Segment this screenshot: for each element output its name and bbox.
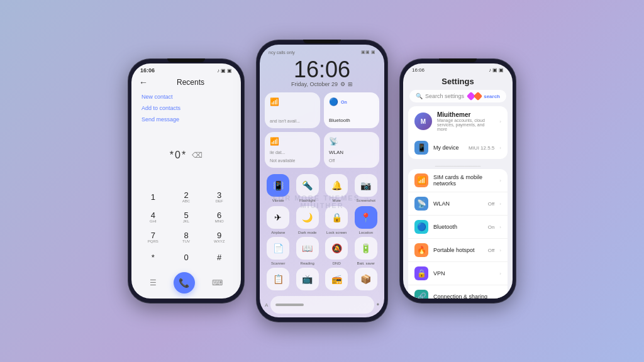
- vpn-row[interactable]: 🔒 VPN ›: [408, 262, 508, 285]
- cc-tile-wlan[interactable]: 📡 WLAN Off: [324, 132, 379, 168]
- cc-status-bar: ncy calls only ▣▣ ▣: [260, 45, 384, 56]
- key-hash[interactable]: #: [204, 248, 235, 266]
- my-device-row[interactable]: 📱 My device MIUI 12.5.5 ›: [408, 136, 508, 159]
- key-9[interactable]: 9WXYZ: [204, 228, 235, 246]
- key-2[interactable]: 2ABC: [171, 188, 202, 206]
- bluetooth-row[interactable]: 🔵 Bluetooth On ›: [408, 216, 508, 239]
- keypad-button[interactable]: ⌨: [212, 278, 223, 287]
- settings-icon[interactable]: ⚙: [340, 81, 345, 87]
- wlan-row[interactable]: 📡 WLAN Off ›: [408, 192, 508, 216]
- cc-tile-mobile[interactable]: 📶 and isn't avail...: [265, 92, 320, 128]
- bluetooth-tile-icon: 🔵: [329, 97, 338, 106]
- key-7[interactable]: 7PQRS: [138, 228, 169, 246]
- cc-screen: ncy calls only ▣▣ ▣ 16:06 Friday, Octobe…: [260, 45, 384, 317]
- scanner-label: Scanner: [271, 261, 285, 265]
- wlan-text: WLAN: [433, 200, 483, 207]
- cc-date: Friday, October 29 ⚙ ⊞: [260, 81, 384, 87]
- location-label: Location: [358, 231, 373, 234]
- wlan-tile-sub: Off: [329, 158, 374, 163]
- cc-quick-clipboard[interactable]: 📋: [265, 268, 292, 292]
- darkmode-label: Dark mode: [298, 231, 316, 234]
- phone-dialer: 16:06 ♪ ▣ ▣ ← Recents New contact Add to…: [128, 58, 245, 304]
- cc-quick-grid-4: 📋 📺 📻 📦: [260, 266, 384, 293]
- cc-quick-airplane[interactable]: ✈ Airplane: [265, 206, 292, 234]
- cc-quick-lockscreen[interactable]: 🔒 Lock screen: [323, 206, 350, 234]
- extra-icon: 📦: [355, 268, 377, 290]
- bluetooth-settings-icon: 🔵: [414, 220, 428, 234]
- mobile-data-icon: 📶: [270, 97, 279, 106]
- dialer-time: 16:06: [140, 67, 155, 74]
- lockscreen-label: Lock screen: [326, 231, 347, 234]
- cc-quick-scanner[interactable]: 📄 Scanner: [265, 237, 292, 265]
- font-large-label[interactable]: •: [377, 300, 379, 309]
- miui-account-row[interactable]: M Miuithemer Manage accounts, cloud serv…: [408, 106, 508, 136]
- cc-emergency-text: ncy calls only: [269, 50, 295, 55]
- cc-tile-data[interactable]: 📶 ile dat... Not available: [265, 132, 320, 168]
- key-1[interactable]: 1: [138, 188, 169, 206]
- font-small-label[interactable]: A: [265, 302, 268, 308]
- phone-settings: 16:06 ♪ ▣ ▣ Settings 🔍 Search settings s…: [399, 58, 516, 304]
- settings-bat-icon: ▣: [499, 67, 504, 73]
- cc-quick-darkmode[interactable]: 🌙 Dark mode: [294, 206, 321, 234]
- vibrate-label: Vibrate: [272, 199, 284, 202]
- sim-label: SIM cards & mobile networks: [433, 174, 494, 187]
- hotspot-row[interactable]: 🔥 Portable hotspot Off ›: [408, 239, 508, 262]
- flashlight-label: Flashlight: [299, 199, 316, 202]
- menu-button[interactable]: ☰: [150, 278, 157, 287]
- grid-icon[interactable]: ⊞: [348, 81, 353, 87]
- cc-quick-vibrate[interactable]: 📳 Vibrate: [265, 174, 292, 202]
- settings-search-bar[interactable]: 🔍 Search settings search: [409, 90, 506, 102]
- cc-quick-nfc[interactable]: 📻: [323, 268, 350, 292]
- divider-1: ─────────────────: [408, 163, 508, 169]
- lockscreen-icon: 🔒: [325, 206, 348, 229]
- key-3[interactable]: 3DEF: [204, 188, 235, 206]
- cc-quick-flashlight[interactable]: 🔦 Flashlight: [294, 174, 321, 202]
- dialer-number: *0*: [170, 150, 187, 161]
- battery-saver-label: Batt. saver: [357, 261, 375, 265]
- key-star[interactable]: *: [138, 248, 169, 266]
- backspace-button[interactable]: ⌫: [192, 151, 203, 160]
- connection-row[interactable]: 🔗 Connection & sharing ›: [408, 285, 508, 299]
- key-8[interactable]: 8TUV: [171, 228, 202, 246]
- keypad: 1 2ABC 3DEF 4GHI 5JKL 6MNO 7PQRS 8TUV 9W…: [131, 185, 241, 270]
- scanner-icon: 📄: [267, 237, 289, 260]
- cc-status-icons: ▣▣ ▣: [361, 50, 375, 55]
- my-device-icon: 📱: [414, 141, 428, 155]
- add-to-contacts-option[interactable]: Add to contacts: [142, 105, 231, 111]
- new-contact-option[interactable]: New contact: [142, 94, 231, 100]
- hotspot-value: Off: [488, 248, 495, 253]
- cc-tile-bluetooth[interactable]: 🔵 On Bluetooth: [324, 92, 379, 128]
- data-tile-icon: 📶: [270, 137, 279, 146]
- network-section: 📶 SIM cards & mobile networks › 📡 WLAN O…: [408, 169, 508, 299]
- cc-tiles: 📶 and isn't avail... 🔵 On Bluetooth 📶 il…: [260, 89, 384, 172]
- key-6[interactable]: 6MNO: [204, 208, 235, 226]
- search-icon: 🔍: [416, 93, 423, 99]
- cc-quick-location[interactable]: 📍 Location: [353, 206, 380, 234]
- sim-icon: 📶: [414, 173, 428, 187]
- cc-quick-mute[interactable]: 🔔 Mute: [323, 174, 350, 202]
- cc-quick-dnd[interactable]: 🔕 DND: [323, 237, 350, 265]
- key-5[interactable]: 5JKL: [171, 208, 202, 226]
- sim-chevron: ›: [499, 178, 501, 184]
- dnd-label: DND: [333, 261, 341, 265]
- account-chevron: ›: [499, 119, 501, 124]
- key-0[interactable]: 0: [171, 248, 202, 266]
- dial-button[interactable]: 📞: [174, 272, 195, 293]
- key-4[interactable]: 4GHI: [138, 208, 169, 226]
- sim-row[interactable]: 📶 SIM cards & mobile networks ›: [408, 169, 508, 192]
- cc-quick-reading[interactable]: 📖 Reading: [294, 237, 321, 265]
- cc-quick-battery-saver[interactable]: 🔋 Batt. saver: [353, 237, 380, 265]
- account-sub: Manage accounts, cloud services, payment…: [437, 118, 494, 131]
- my-device-chevron: ›: [499, 145, 501, 151]
- settings-list: M Miuithemer Manage accounts, cloud serv…: [403, 106, 513, 299]
- back-button[interactable]: ←: [139, 77, 148, 87]
- cc-quick-extra[interactable]: 📦: [353, 268, 380, 292]
- brightness-slider[interactable]: [270, 296, 374, 314]
- settings-vol-icon: ♪: [489, 67, 491, 73]
- search-button[interactable]: search: [484, 94, 500, 99]
- vpn-chevron: ›: [499, 271, 501, 277]
- send-message-option[interactable]: Send message: [142, 116, 231, 123]
- account-avatar: M: [414, 112, 432, 130]
- cc-quick-screenshot[interactable]: 📷 Screenshot: [353, 174, 380, 202]
- cc-quick-cast[interactable]: 📺: [294, 268, 321, 292]
